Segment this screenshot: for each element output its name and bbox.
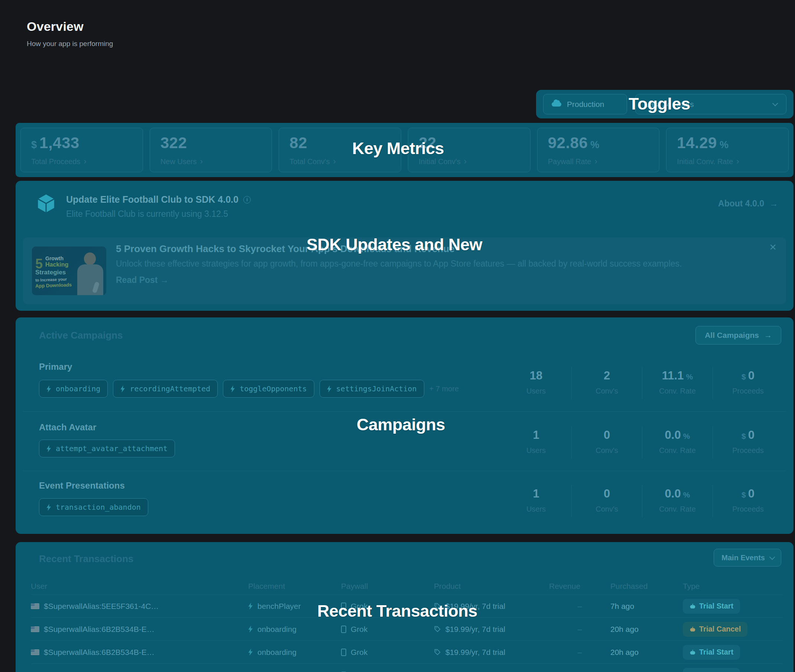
event-chip: settingsJoinAction: [319, 380, 424, 398]
chevron-down-icon: [773, 101, 778, 107]
bolt-icon: [46, 386, 51, 392]
apple-icon: [689, 626, 696, 632]
about-sdk-label: About 4.0.0: [718, 198, 764, 209]
stat-conv-rate: 0.0% Conv. Rate: [642, 485, 713, 517]
metric-label: New Users: [160, 157, 197, 166]
sdk-update-subtitle: Elite Football Club is currently using 3…: [66, 209, 228, 219]
metric-label: Paywall Rate: [548, 157, 591, 166]
event-chip: attempt_avatar_attachment: [39, 440, 175, 458]
main-events-dropdown[interactable]: Main Events: [714, 549, 781, 566]
phone-icon: [341, 626, 346, 633]
cloud-icon: [552, 102, 561, 107]
stat-convs: 0 Conv's: [571, 426, 642, 459]
metric-label: Initial Conv's: [419, 157, 461, 166]
table-row[interactable]: $SuperwallAlias:6B2B534B-E… onboarding G…: [31, 618, 782, 641]
metric-value: 1,433: [39, 134, 80, 152]
campaign-name: Primary: [39, 362, 72, 372]
more-events-label: + 7 more: [430, 385, 459, 393]
chevron-right-icon: ›: [83, 157, 86, 166]
bolt-icon: [248, 649, 253, 656]
metric-card-initial-conv-rate[interactable]: 14.29 % Initial Conv. Rate ›: [666, 128, 789, 172]
event-chip: recordingAttempted: [113, 380, 218, 398]
annotation-campaigns: Campaigns: [357, 415, 445, 434]
event-chip: transaction_abandon: [39, 498, 148, 516]
bolt-icon: [46, 504, 51, 511]
bolt-icon: [327, 386, 332, 392]
environment-toggle[interactable]: Production: [543, 94, 627, 114]
metric-card-new-users[interactable]: 322 New Users ›: [150, 128, 272, 172]
arrow-right-icon: →: [769, 198, 778, 209]
stat-proceeds: $0 Proceeds: [713, 367, 783, 399]
news-thumbnail: 5 Growth Hacking Strategies to Increase …: [32, 246, 106, 295]
metric-card-total-proceeds[interactable]: $ 1,433 Total Proceeds ›: [21, 128, 143, 172]
chevron-right-icon: ›: [464, 157, 466, 166]
stat-conv-rate: 11.1% Conv. Rate: [642, 367, 713, 399]
arrow-right-icon: →: [764, 331, 772, 340]
bolt-icon: [248, 626, 253, 633]
bolt-icon: [248, 603, 253, 610]
transaction-type-badge: Trial Start: [683, 599, 740, 614]
currency-symbol: $: [31, 139, 37, 151]
all-campaigns-label: All Campaigns: [705, 331, 759, 340]
stat-conv-rate: 0.0% Conv. Rate: [642, 426, 713, 459]
campaigns-heading: Active Campaigns: [39, 330, 123, 341]
chevron-right-icon: ›: [200, 157, 202, 166]
transaction-type-badge: Trial Start: [683, 668, 740, 672]
metric-value: 322: [160, 134, 187, 152]
bolt-icon: [120, 386, 125, 392]
transaction-type-badge: Trial Start: [683, 645, 740, 660]
metric-card-paywall-rate[interactable]: 92.86 % Paywall Rate ›: [537, 128, 660, 172]
annotation-toggles: Toggles: [628, 94, 690, 114]
environment-label: Production: [567, 100, 604, 109]
apple-icon: [689, 649, 696, 655]
dashboard-overview-page: Overview How your app is performing Prod…: [0, 0, 795, 672]
metric-label: Total Conv's: [289, 157, 330, 166]
sdk-cube-icon: [35, 193, 57, 214]
annotation-recent-transactions: Recent Transactions: [317, 602, 478, 621]
read-post-link[interactable]: Read Post →: [116, 275, 169, 285]
sdk-update-title: Update Elite Football Club to SDK 4.0.0: [66, 194, 239, 205]
chevron-right-icon: ›: [595, 157, 597, 166]
info-icon[interactable]: [243, 196, 251, 203]
apple-icon: [689, 603, 696, 609]
transaction-type-badge: Trial Cancel: [683, 622, 747, 637]
all-campaigns-button[interactable]: All Campaigns →: [696, 326, 781, 344]
metric-label: Total Proceeds: [31, 157, 80, 166]
close-icon[interactable]: ×: [769, 241, 776, 253]
chevron-right-icon: ›: [333, 157, 336, 166]
transactions-heading: Recent Transactions: [39, 553, 133, 565]
stat-convs: 2 Conv's: [571, 367, 642, 399]
campaign-row: Event Presentations transaction_abandon …: [16, 471, 793, 530]
campaign-name: Event Presentations: [39, 480, 125, 491]
stat-convs: 0 Conv's: [571, 485, 642, 517]
tag-icon: [434, 649, 441, 656]
main-events-label: Main Events: [721, 554, 765, 562]
campaign-name: Attach Avatar: [39, 422, 96, 432]
metric-label: Initial Conv. Rate: [677, 157, 733, 166]
chevron-right-icon: ›: [736, 157, 739, 166]
transactions-table-header: User Placement Paywall Product Revenue P…: [31, 578, 782, 595]
stat-users: 1 Users: [501, 485, 571, 517]
metric-value: 14.29: [677, 134, 717, 152]
news-description: Unlock these effective strategies for ap…: [116, 259, 682, 269]
phone-icon: [341, 649, 346, 656]
table-row[interactable]: $SuperwallAlias:6B2B534B-E… onboarding G…: [31, 641, 782, 664]
about-sdk-button[interactable]: About 4.0.0 →: [718, 198, 778, 209]
annotation-key-metrics: Key Metrics: [352, 139, 444, 158]
percent-symbol: %: [590, 139, 599, 151]
bolt-icon: [230, 386, 235, 392]
page-title: Overview: [27, 19, 113, 34]
bolt-icon: [46, 445, 51, 452]
page-subtitle: How your app is performing: [27, 40, 113, 48]
annotation-sdk-updates: SDK Updates and New: [306, 235, 482, 254]
us-flag-icon: [31, 626, 39, 632]
metric-value: 82: [289, 134, 307, 152]
event-chip: onboarding: [39, 380, 108, 398]
table-row[interactable]: $SuperwallAlias:4757B3C6-48… onboarding …: [31, 664, 782, 672]
us-flag-icon: [31, 650, 39, 655]
stat-proceeds: $0 Proceeds: [713, 485, 783, 517]
page-header: Overview How your app is performing: [27, 19, 113, 48]
tag-icon: [434, 626, 441, 633]
metric-value: 92.86: [548, 134, 588, 152]
stat-users: 1 Users: [501, 426, 571, 459]
